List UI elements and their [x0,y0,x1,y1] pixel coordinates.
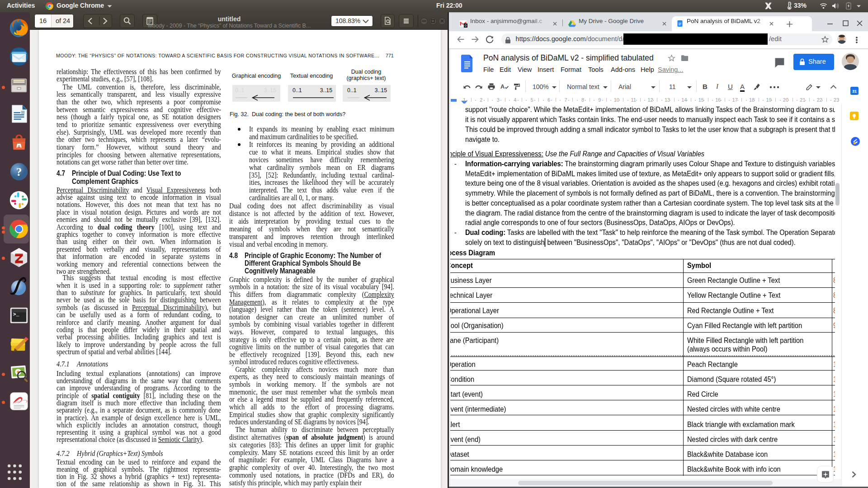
svg-text:A: A [500,84,505,90]
